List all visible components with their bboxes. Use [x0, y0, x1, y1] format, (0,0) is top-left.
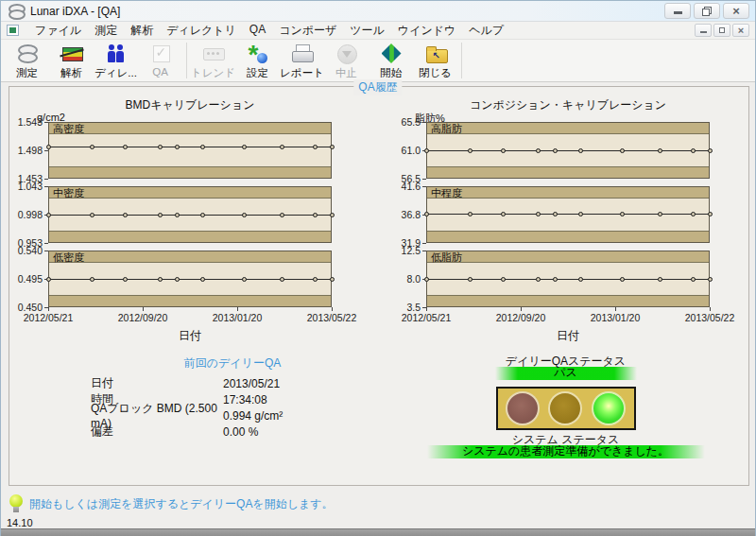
- x-tick-label: 2012/09/20: [105, 312, 180, 323]
- toolbar-button-設定[interactable]: 設定: [235, 41, 280, 80]
- data-point: [280, 277, 284, 282]
- data-point: [708, 212, 713, 216]
- toolbar-button-QA[interactable]: QA: [138, 41, 182, 80]
- y-tick-mark: [422, 122, 426, 123]
- upper-limit-band: [49, 251, 331, 263]
- info-value: 0.00 %: [223, 425, 258, 439]
- y-tick-label: 1.543: [9, 116, 43, 128]
- x-tick-label: 2013/01/20: [199, 312, 275, 323]
- upper-limit-band: [427, 123, 709, 134]
- analyze-flag-icon: [60, 43, 84, 65]
- y-tick-mark: [422, 251, 426, 251]
- x-tick-mark: [426, 307, 427, 311]
- data-point: [708, 277, 713, 282]
- child-restore-button[interactable]: [713, 24, 730, 37]
- y-tick-label: 36.8: [387, 209, 421, 220]
- traffic-light-indicator: [496, 387, 636, 430]
- data-point: [90, 277, 94, 282]
- zone-label: 中密度: [53, 186, 84, 200]
- y-tick-label: 0.998: [9, 209, 43, 220]
- data-point: [46, 145, 51, 149]
- menu-item-4[interactable]: ディレクトリ: [160, 21, 243, 41]
- data-point: [424, 277, 429, 282]
- lower-limit-band: [49, 166, 331, 178]
- menu-item-2[interactable]: 測定: [88, 21, 124, 41]
- y-tick-label: 61.0: [387, 145, 421, 156]
- status-section: デイリーQAステータス パス システム ステータス システムの患者測定準備ができ…: [426, 354, 705, 458]
- toolbar-button-label: トレンド: [191, 66, 235, 80]
- toolbar-button-閉じる[interactable]: 閉じる: [413, 41, 457, 80]
- yellow-light: [548, 391, 582, 425]
- menu-item-1[interactable]: ファイル: [28, 21, 88, 41]
- y-tick-mark: [422, 186, 426, 187]
- data-point: [691, 277, 696, 282]
- toolbar: 測定解析ディレ...QAトレンド設定レポート中止開始閉じる: [1, 40, 755, 82]
- data-point: [280, 213, 284, 217]
- info-row: QAブロック BMD (2.500 mA)0.994 g/cm²: [91, 407, 374, 424]
- lightbulb-icon: [9, 494, 24, 515]
- data-point: [313, 145, 318, 149]
- data-point: [691, 148, 696, 153]
- app-logo-icon: [7, 4, 26, 19]
- data-point: [501, 277, 506, 282]
- toolbar-button-測定[interactable]: 測定: [5, 41, 49, 80]
- data-point: [313, 213, 318, 217]
- menu-item-7[interactable]: ツール: [343, 21, 391, 41]
- restore-button[interactable]: [694, 3, 720, 19]
- x-axis-label: 日付: [48, 328, 332, 344]
- red-light: [506, 391, 540, 425]
- data-point: [123, 277, 128, 282]
- upper-limit-band: [49, 123, 331, 134]
- restore-icon: [702, 9, 710, 16]
- toolbar-button-label: 測定: [16, 66, 38, 80]
- data-point: [242, 213, 247, 217]
- close-button[interactable]: ×: [723, 3, 749, 19]
- close-icon: ×: [738, 26, 744, 36]
- data-point: [658, 277, 662, 282]
- y-tick-mark: [44, 150, 48, 151]
- toolbar-divider: [461, 43, 462, 78]
- lower-limit-band: [427, 231, 709, 242]
- lower-limit-band: [49, 295, 331, 306]
- y-tick-mark: [422, 243, 426, 244]
- chart-title: コンポジション・キャリブレーション: [426, 97, 710, 113]
- toolbar-button-開始[interactable]: 開始: [369, 41, 413, 80]
- x-tick-mark: [710, 307, 711, 311]
- lower-limit-band: [49, 231, 331, 242]
- menu-item-8[interactable]: ウインドウ: [391, 21, 462, 41]
- data-point: [468, 277, 472, 282]
- menu-item-5[interactable]: QA: [243, 21, 272, 41]
- daily-qa-status-value: パス: [495, 367, 637, 380]
- data-point: [553, 148, 558, 153]
- toolbar-button-label: 中止: [335, 66, 357, 80]
- minimize-button[interactable]: [664, 3, 691, 19]
- report-printer-icon: [290, 43, 315, 65]
- data-point: [46, 277, 51, 282]
- data-point: [708, 148, 713, 153]
- window-title: Lunar iDXA - [QA]: [30, 5, 120, 18]
- child-minimize-button[interactable]: [695, 24, 712, 37]
- data-point: [313, 277, 318, 282]
- x-tick-mark: [332, 307, 333, 311]
- menu-item-3[interactable]: 解析: [124, 21, 160, 41]
- toolbar-button-トレンド[interactable]: トレンド: [191, 41, 235, 80]
- data-point: [158, 277, 163, 282]
- menu-item-9[interactable]: ヘルプ: [462, 21, 510, 41]
- application-window: Lunar iDXA - [QA] × ファイル測定解析ディレクトリQAコンポー…: [0, 0, 756, 536]
- data-point: [468, 148, 472, 153]
- menu-item-6[interactable]: コンポーザ: [272, 21, 343, 41]
- mdi-child-icon[interactable]: [7, 25, 19, 36]
- toolbar-button-label: ディレ...: [94, 66, 137, 80]
- toolbar-button-解析[interactable]: 解析: [49, 41, 94, 80]
- data-point: [536, 148, 541, 153]
- data-point: [501, 148, 506, 153]
- toolbar-button-レポート[interactable]: レポート: [280, 41, 324, 80]
- restore-icon: [719, 27, 725, 33]
- toolbar-button-中止[interactable]: 中止: [324, 41, 369, 80]
- y-tick-label: 1.498: [9, 145, 43, 156]
- child-close-button[interactable]: ×: [732, 24, 749, 37]
- x-tick-label: 2012/09/20: [483, 312, 558, 323]
- toolbar-button-ディレ...[interactable]: ディレ...: [94, 41, 138, 80]
- data-point: [424, 212, 429, 216]
- software-version: 14.10: [7, 517, 33, 528]
